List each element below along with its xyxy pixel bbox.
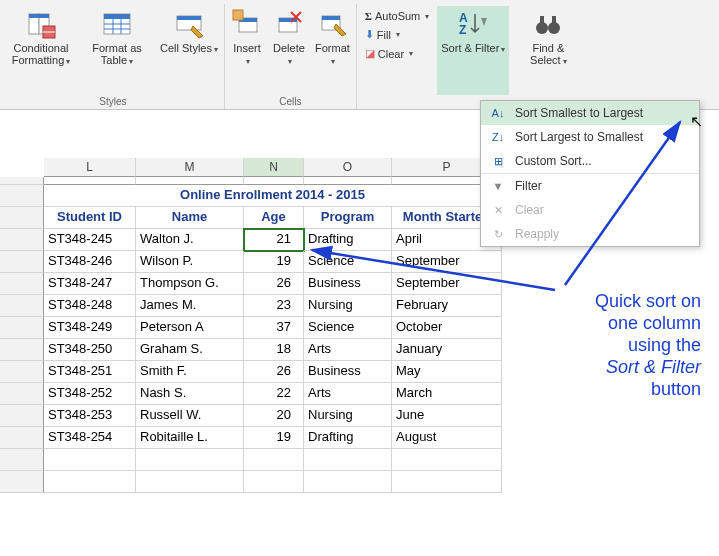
cell-program[interactable]: Drafting	[304, 229, 392, 251]
row-header[interactable]	[0, 427, 44, 449]
svg-text:Z: Z	[459, 23, 466, 37]
clear-button[interactable]: ◪ Clear ▾	[363, 45, 431, 62]
find-select-button[interactable]: Find & Select▾	[511, 6, 585, 95]
conditional-formatting-icon	[25, 8, 57, 40]
cell-age[interactable]: 21	[244, 229, 304, 251]
cell-studentid[interactable]: ST348-245	[44, 229, 136, 251]
row-header[interactable]	[0, 449, 44, 471]
sheet-title[interactable]: Online Enrollment 2014 - 2015	[44, 185, 502, 207]
cell-studentid[interactable]: ST348-253	[44, 405, 136, 427]
cell-name[interactable]: Walton J.	[136, 229, 244, 251]
styles-group-label: Styles	[99, 95, 126, 109]
autosum-label: AutoSum	[375, 10, 420, 22]
cell-name[interactable]: Nash S.	[136, 383, 244, 405]
cell-age[interactable]: 19	[244, 251, 304, 273]
cell-styles-label: Cell Styles	[160, 42, 212, 54]
funnel-icon: ▼	[489, 178, 507, 194]
cell-name[interactable]: Russell W.	[136, 405, 244, 427]
fill-button[interactable]: ⬇ Fill ▾	[363, 26, 431, 43]
cell-name[interactable]: James M.	[136, 295, 244, 317]
row-header[interactable]	[0, 405, 44, 427]
insert-button[interactable]: Insert▾	[227, 6, 267, 95]
cell-month[interactable]: February	[392, 295, 502, 317]
cell-age[interactable]: 19	[244, 427, 304, 449]
cell-studentid[interactable]: ST348-252	[44, 383, 136, 405]
row-header[interactable]	[0, 229, 44, 251]
col-header-M[interactable]: M	[136, 158, 244, 177]
row-header[interactable]	[0, 185, 44, 207]
cell-age[interactable]: 22	[244, 383, 304, 405]
row-header[interactable]	[0, 295, 44, 317]
row-header[interactable]	[0, 207, 44, 229]
sort-desc-item[interactable]: Z↓ Sort Largest to Smallest	[481, 125, 699, 149]
conditional-formatting-button[interactable]: Conditional Formatting▾	[4, 6, 78, 95]
cell-age[interactable]: 26	[244, 361, 304, 383]
cell-month[interactable]: August	[392, 427, 502, 449]
cell-name[interactable]: Thompson G.	[136, 273, 244, 295]
cell-month[interactable]: September	[392, 251, 502, 273]
cell-studentid[interactable]: ST348-246	[44, 251, 136, 273]
cell-program[interactable]: Drafting	[304, 427, 392, 449]
cell-styles-button[interactable]: Cell Styles▾	[156, 6, 222, 95]
header-studentid[interactable]: Student ID	[44, 207, 136, 229]
cell-program[interactable]: Arts	[304, 383, 392, 405]
cell-age[interactable]: 18	[244, 339, 304, 361]
cell-program[interactable]: Science	[304, 251, 392, 273]
filter-item[interactable]: ▼ Filter	[481, 173, 699, 198]
row-header[interactable]	[0, 383, 44, 405]
format-button[interactable]: Format▾	[311, 6, 354, 95]
clear-label: Clear	[378, 48, 404, 60]
autosum-button[interactable]: Σ AutoSum ▾	[363, 8, 431, 24]
col-header-L[interactable]: L	[44, 158, 136, 177]
cell-month[interactable]: January	[392, 339, 502, 361]
row-header[interactable]	[0, 177, 44, 185]
cell-studentid[interactable]: ST348-248	[44, 295, 136, 317]
sort-asc-item[interactable]: A↓ Sort Smallest to Largest	[481, 101, 699, 125]
cell-month[interactable]: June	[392, 405, 502, 427]
binoculars-icon	[532, 8, 564, 40]
cell-studentid[interactable]: ST348-249	[44, 317, 136, 339]
header-age[interactable]: Age	[244, 207, 304, 229]
cell-age[interactable]: 23	[244, 295, 304, 317]
cell-name[interactable]: Wilson P.	[136, 251, 244, 273]
cell-name[interactable]: Peterson A	[136, 317, 244, 339]
header-name[interactable]: Name	[136, 207, 244, 229]
cell-month[interactable]: May	[392, 361, 502, 383]
cell-styles-icon	[173, 8, 205, 40]
svg-rect-2	[29, 14, 49, 18]
delete-button[interactable]: Delete▾	[269, 6, 309, 95]
cell-studentid[interactable]: ST348-250	[44, 339, 136, 361]
cell-studentid[interactable]: ST348-247	[44, 273, 136, 295]
cell-name[interactable]: Robitaille L.	[136, 427, 244, 449]
cell-name[interactable]: Graham S.	[136, 339, 244, 361]
cell-program[interactable]: Business	[304, 273, 392, 295]
header-program[interactable]: Program	[304, 207, 392, 229]
cell-program[interactable]: Nursing	[304, 295, 392, 317]
cell-month[interactable]: March	[392, 383, 502, 405]
cell-program[interactable]: Nursing	[304, 405, 392, 427]
cell-age[interactable]: 26	[244, 273, 304, 295]
cell-name[interactable]: Smith F.	[136, 361, 244, 383]
cell-studentid[interactable]: ST348-254	[44, 427, 136, 449]
row-header[interactable]	[0, 339, 44, 361]
cell-program[interactable]: Arts	[304, 339, 392, 361]
row-header[interactable]	[0, 317, 44, 339]
cell-program[interactable]: Business	[304, 361, 392, 383]
cell-month[interactable]: October	[392, 317, 502, 339]
cell-age[interactable]: 37	[244, 317, 304, 339]
cell-age[interactable]: 20	[244, 405, 304, 427]
row-header[interactable]	[0, 273, 44, 295]
custom-sort-label: Custom Sort...	[515, 154, 592, 168]
col-header-O[interactable]: O	[304, 158, 392, 177]
col-header-N[interactable]: N	[244, 158, 304, 177]
custom-sort-item[interactable]: ⊞ Custom Sort...	[481, 149, 699, 173]
cell-program[interactable]: Science	[304, 317, 392, 339]
sort-filter-button[interactable]: AZ Sort & Filter▾	[437, 6, 509, 95]
cell-month[interactable]: September	[392, 273, 502, 295]
insert-icon	[231, 8, 263, 40]
row-header[interactable]	[0, 471, 44, 493]
format-as-table-button[interactable]: Format as Table▾	[80, 6, 154, 95]
cell-studentid[interactable]: ST348-251	[44, 361, 136, 383]
row-header[interactable]	[0, 361, 44, 383]
row-header[interactable]	[0, 251, 44, 273]
